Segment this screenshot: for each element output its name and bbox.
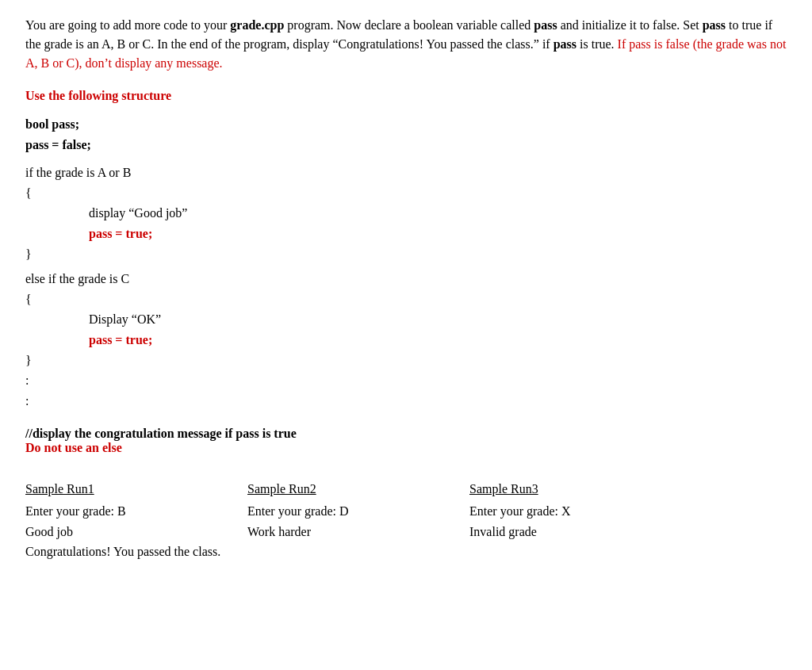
- sample-run-1-line-1: Enter your grade: B: [25, 501, 247, 522]
- code-line-6: pass = true;: [25, 224, 787, 244]
- structure-heading: Use the following structure: [25, 89, 787, 103]
- code-line-9: {: [25, 289, 787, 310]
- pass-bold-2: pass: [703, 18, 726, 32]
- sample-run-2-title: Sample Run2: [247, 479, 469, 500]
- do-not-line: Do not use an else: [25, 441, 787, 455]
- comment-line: //display the congratulation message if …: [25, 427, 787, 441]
- sample-run-1-title: Sample Run1: [25, 479, 247, 500]
- grade-cpp-bold: grade.cpp: [230, 18, 284, 32]
- code-line-1: bool pass;: [25, 114, 787, 135]
- code-line-5: display “Good job”: [25, 203, 787, 224]
- code-line-7: }: [25, 244, 787, 265]
- sample-run-1: Sample Run1Enter your grade: BGood jobCo…: [25, 479, 247, 561]
- sample-run-3: Sample Run3Enter your grade: XInvalid gr…: [469, 479, 691, 561]
- code-line-12: }: [25, 350, 787, 371]
- sample-run-2-line-2: Work harder: [247, 522, 469, 542]
- code-line-8: else if the grade is C: [25, 269, 787, 289]
- sample-run-3-line-1: Enter your grade: X: [469, 501, 691, 522]
- pass-bold-1: pass: [534, 18, 557, 32]
- sample-run-3-title: Sample Run3: [469, 479, 691, 500]
- code-line-2: pass = false;: [25, 135, 787, 155]
- sample-runs-container: Sample Run1Enter your grade: BGood jobCo…: [25, 479, 787, 561]
- code-block: bool pass; pass = false; if the grade is…: [25, 114, 787, 411]
- code-line-4: {: [25, 183, 787, 204]
- code-line-14: :: [25, 391, 787, 412]
- sample-run-2: Sample Run2Enter your grade: DWork harde…: [247, 479, 469, 561]
- sample-run-1-line-2: Good job: [25, 522, 247, 542]
- code-line-3: if the grade is A or B: [25, 163, 787, 183]
- sample-run-3-line-2: Invalid grade: [469, 522, 691, 542]
- sample-run-1-line-3: Congratulations! You passed the class.: [25, 542, 247, 562]
- intro-text-5: is true.: [576, 37, 618, 51]
- intro-paragraph: You are going to add more code to your g…: [25, 16, 787, 73]
- sample-run-2-line-1: Enter your grade: D: [247, 501, 469, 522]
- intro-text-1: You are going to add more code to your: [25, 18, 230, 32]
- intro-text-3: and initialize it to false. Set: [557, 18, 703, 32]
- code-line-10: Display “OK”: [25, 309, 787, 330]
- intro-text-2: program. Now declare a boolean variable …: [284, 18, 534, 32]
- code-line-13: :: [25, 370, 787, 391]
- pass-bold-3: pass: [553, 37, 576, 51]
- code-line-11: pass = true;: [25, 330, 787, 350]
